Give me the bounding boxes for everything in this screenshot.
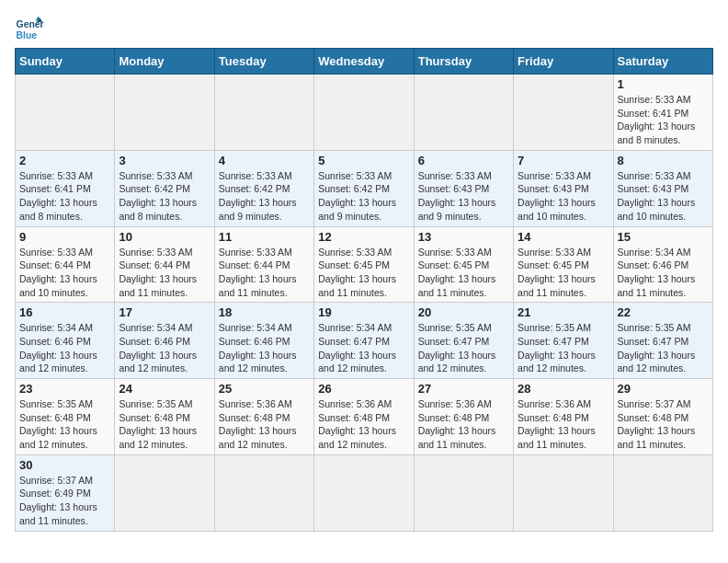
day-number: 8 (618, 154, 709, 167)
logo: General Blue (15, 15, 48, 44)
day-info: Sunrise: 5:35 AM Sunset: 6:47 PM Dayligh… (418, 321, 509, 375)
day-info: Sunrise: 5:35 AM Sunset: 6:48 PM Dayligh… (19, 397, 110, 452)
day-info: Sunrise: 5:33 AM Sunset: 6:44 PM Dayligh… (19, 246, 110, 300)
calendar-cell: 20Sunrise: 5:35 AM Sunset: 6:47 PM Dayli… (414, 303, 513, 379)
day-info: Sunrise: 5:33 AM Sunset: 6:42 PM Dayligh… (318, 169, 409, 224)
calendar-cell: 28Sunrise: 5:36 AM Sunset: 6:48 PM Dayli… (514, 379, 613, 455)
day-number: 16 (19, 305, 110, 319)
calendar-cell: 3Sunrise: 5:33 AM Sunset: 6:42 PM Daylig… (115, 150, 214, 226)
calendar-week-3: 9Sunrise: 5:33 AM Sunset: 6:44 PM Daylig… (16, 226, 713, 303)
day-number: 22 (618, 305, 709, 319)
calendar-cell: 5Sunrise: 5:33 AM Sunset: 6:42 PM Daylig… (314, 150, 414, 226)
calendar-cell (314, 454, 414, 531)
day-info: Sunrise: 5:33 AM Sunset: 6:43 PM Dayligh… (518, 169, 609, 224)
calendar-week-5: 23Sunrise: 5:35 AM Sunset: 6:48 PM Dayli… (16, 379, 713, 455)
day-number: 7 (518, 154, 609, 167)
day-number: 9 (19, 230, 110, 244)
calendar-cell: 27Sunrise: 5:36 AM Sunset: 6:48 PM Dayli… (414, 379, 513, 455)
calendar-cell (314, 75, 414, 151)
day-number: 3 (119, 154, 210, 167)
calendar-cell (214, 454, 313, 531)
day-info: Sunrise: 5:34 AM Sunset: 6:46 PM Dayligh… (618, 246, 709, 300)
day-number: 19 (318, 305, 409, 319)
calendar-cell: 1Sunrise: 5:33 AM Sunset: 6:41 PM Daylig… (613, 75, 712, 151)
calendar-cell: 12Sunrise: 5:33 AM Sunset: 6:45 PM Dayli… (314, 226, 414, 303)
calendar-cell: 25Sunrise: 5:36 AM Sunset: 6:48 PM Dayli… (214, 379, 313, 455)
day-info: Sunrise: 5:33 AM Sunset: 6:42 PM Dayligh… (119, 169, 210, 224)
day-number: 30 (19, 458, 110, 472)
calendar-cell (214, 75, 313, 151)
calendar-cell: 9Sunrise: 5:33 AM Sunset: 6:44 PM Daylig… (16, 226, 115, 303)
day-number: 28 (518, 382, 609, 396)
day-info: Sunrise: 5:36 AM Sunset: 6:48 PM Dayligh… (318, 397, 409, 452)
calendar-cell: 4Sunrise: 5:33 AM Sunset: 6:42 PM Daylig… (214, 150, 313, 226)
day-info: Sunrise: 5:34 AM Sunset: 6:46 PM Dayligh… (19, 321, 110, 375)
calendar-cell (414, 75, 513, 151)
calendar-cell: 22Sunrise: 5:35 AM Sunset: 6:47 PM Dayli… (613, 303, 712, 379)
day-number: 15 (618, 230, 709, 244)
weekday-header-thursday: Thursday (414, 49, 513, 75)
day-number: 18 (219, 305, 310, 319)
calendar-cell: 29Sunrise: 5:37 AM Sunset: 6:48 PM Dayli… (613, 379, 712, 455)
day-number: 20 (418, 305, 509, 319)
day-info: Sunrise: 5:35 AM Sunset: 6:47 PM Dayligh… (518, 321, 609, 375)
calendar-cell (115, 75, 214, 151)
calendar-cell: 30Sunrise: 5:37 AM Sunset: 6:49 PM Dayli… (16, 454, 115, 531)
calendar-cell (514, 75, 613, 151)
day-info: Sunrise: 5:36 AM Sunset: 6:48 PM Dayligh… (418, 397, 509, 452)
day-number: 10 (119, 230, 210, 244)
day-info: Sunrise: 5:34 AM Sunset: 6:46 PM Dayligh… (219, 321, 310, 375)
day-number: 6 (418, 154, 509, 167)
day-info: Sunrise: 5:33 AM Sunset: 6:41 PM Dayligh… (618, 93, 709, 147)
day-info: Sunrise: 5:33 AM Sunset: 6:42 PM Dayligh… (219, 169, 310, 224)
day-number: 12 (318, 230, 409, 244)
day-info: Sunrise: 5:34 AM Sunset: 6:47 PM Dayligh… (318, 321, 409, 375)
calendar-cell: 14Sunrise: 5:33 AM Sunset: 6:45 PM Dayli… (514, 226, 613, 303)
weekday-header-friday: Friday (514, 49, 613, 75)
day-number: 5 (318, 154, 409, 167)
day-number: 25 (219, 382, 310, 396)
day-info: Sunrise: 5:33 AM Sunset: 6:41 PM Dayligh… (19, 169, 110, 224)
day-info: Sunrise: 5:37 AM Sunset: 6:48 PM Dayligh… (618, 397, 709, 452)
weekday-header-sunday: Sunday (16, 49, 115, 75)
calendar-cell: 18Sunrise: 5:34 AM Sunset: 6:46 PM Dayli… (214, 303, 313, 379)
day-info: Sunrise: 5:35 AM Sunset: 6:47 PM Dayligh… (618, 321, 709, 375)
day-info: Sunrise: 5:33 AM Sunset: 6:45 PM Dayligh… (418, 246, 509, 300)
day-info: Sunrise: 5:35 AM Sunset: 6:48 PM Dayligh… (119, 397, 210, 452)
day-info: Sunrise: 5:33 AM Sunset: 6:45 PM Dayligh… (318, 246, 409, 300)
calendar-cell: 26Sunrise: 5:36 AM Sunset: 6:48 PM Dayli… (314, 379, 414, 455)
calendar-cell: 16Sunrise: 5:34 AM Sunset: 6:46 PM Dayli… (16, 303, 115, 379)
calendar-cell (16, 75, 115, 151)
calendar-cell: 10Sunrise: 5:33 AM Sunset: 6:44 PM Dayli… (115, 226, 214, 303)
day-number: 13 (418, 230, 509, 244)
calendar-cell: 21Sunrise: 5:35 AM Sunset: 6:47 PM Dayli… (514, 303, 613, 379)
weekday-header-wednesday: Wednesday (314, 49, 414, 75)
day-number: 29 (618, 382, 709, 396)
day-info: Sunrise: 5:33 AM Sunset: 6:43 PM Dayligh… (618, 169, 709, 224)
calendar-week-6: 30Sunrise: 5:37 AM Sunset: 6:49 PM Dayli… (16, 454, 713, 531)
day-number: 11 (219, 230, 310, 244)
day-info: Sunrise: 5:36 AM Sunset: 6:48 PM Dayligh… (219, 397, 310, 452)
day-info: Sunrise: 5:33 AM Sunset: 6:45 PM Dayligh… (518, 246, 609, 300)
day-number: 27 (418, 382, 509, 396)
calendar-cell: 13Sunrise: 5:33 AM Sunset: 6:45 PM Dayli… (414, 226, 513, 303)
calendar-cell (514, 454, 613, 531)
weekday-header-saturday: Saturday (613, 49, 712, 75)
calendar-cell (414, 454, 513, 531)
calendar-cell: 11Sunrise: 5:33 AM Sunset: 6:44 PM Dayli… (214, 226, 313, 303)
day-number: 1 (618, 77, 709, 91)
calendar-week-2: 2Sunrise: 5:33 AM Sunset: 6:41 PM Daylig… (16, 150, 713, 226)
day-number: 21 (518, 305, 609, 319)
calendar-table: SundayMondayTuesdayWednesdayThursdayFrid… (15, 48, 713, 532)
day-info: Sunrise: 5:36 AM Sunset: 6:48 PM Dayligh… (518, 397, 609, 452)
calendar-cell: 17Sunrise: 5:34 AM Sunset: 6:46 PM Dayli… (115, 303, 214, 379)
calendar-week-1: 1Sunrise: 5:33 AM Sunset: 6:41 PM Daylig… (16, 75, 713, 151)
day-info: Sunrise: 5:33 AM Sunset: 6:44 PM Dayligh… (119, 246, 210, 300)
day-number: 26 (318, 382, 409, 396)
day-number: 4 (219, 154, 310, 167)
calendar-cell: 19Sunrise: 5:34 AM Sunset: 6:47 PM Dayli… (314, 303, 414, 379)
calendar-body: 1Sunrise: 5:33 AM Sunset: 6:41 PM Daylig… (16, 75, 713, 532)
calendar-week-4: 16Sunrise: 5:34 AM Sunset: 6:46 PM Dayli… (16, 303, 713, 379)
calendar-cell: 24Sunrise: 5:35 AM Sunset: 6:48 PM Dayli… (115, 379, 214, 455)
svg-text:Blue: Blue (17, 30, 38, 40)
